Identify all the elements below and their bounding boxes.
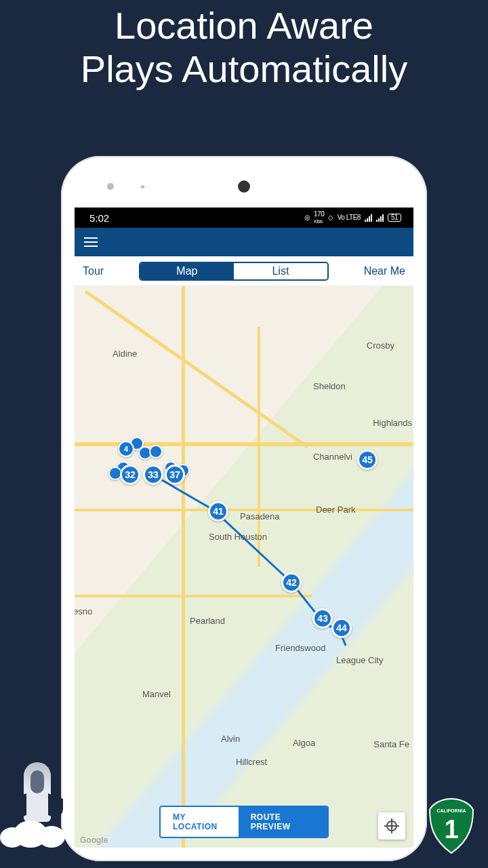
map-pin-41[interactable]: 41 <box>208 501 228 521</box>
phone-sensor-dot <box>141 185 144 189</box>
city-label: Pasadena <box>240 511 280 521</box>
city-label: Aldine <box>113 349 137 359</box>
promo-headline: Location Aware Plays Automatically <box>0 0 488 91</box>
location-icon: ◎ <box>304 214 310 221</box>
svg-text:1: 1 <box>444 815 458 844</box>
status-bar: 5:02 ◎ 170KB/s ◇ Vo LTE8 51 <box>75 208 413 228</box>
city-label: Manvel <box>142 689 171 699</box>
city-label: League City <box>336 655 383 665</box>
menu-icon[interactable] <box>84 237 98 247</box>
map-pin-32[interactable]: 32 <box>120 465 140 485</box>
map-pin-42[interactable]: 42 <box>281 572 302 593</box>
route-preview-button[interactable]: ROUTE PREVIEW <box>239 807 327 837</box>
phone-screen: 5:02 ◎ 170KB/s ◇ Vo LTE8 51 Tour Map Lis… <box>75 208 413 848</box>
tour-link[interactable]: Tour <box>83 265 104 277</box>
city-label: Hillcrest <box>236 757 267 767</box>
near-me-link[interactable]: Near Me <box>364 265 405 277</box>
app-bar <box>75 228 413 256</box>
tab-list[interactable]: List <box>234 263 327 279</box>
crosshair-icon <box>386 821 397 831</box>
city-label: Alvin <box>221 734 240 744</box>
svg-text:CALIFORNIA: CALIFORNIA <box>436 808 466 813</box>
city-label: Crosby <box>367 340 394 351</box>
map-attribution: Google <box>80 835 108 845</box>
map-pin-33[interactable]: 33 <box>143 465 163 485</box>
map-pin-37[interactable]: 37 <box>165 465 185 485</box>
headline-line2: Plays Automatically <box>0 47 488 91</box>
map-view[interactable]: Aldine Crosby Sheldon Highlands Channelv… <box>75 286 413 848</box>
rocket-decoration <box>7 762 68 841</box>
status-indicators: ◎ 170KB/s ◇ Vo LTE8 51 <box>304 211 401 224</box>
wifi-icon: ◇ <box>328 214 333 221</box>
map-pin-45[interactable]: 45 <box>357 450 378 470</box>
city-label: Sheldon <box>313 381 346 391</box>
battery-indicator: 51 <box>388 214 401 222</box>
city-label: Deer Park <box>316 505 356 515</box>
city-label: Highlands <box>373 418 412 428</box>
signal-icon <box>365 214 372 222</box>
city-label: Channelvi <box>313 452 352 462</box>
route-line <box>75 286 413 829</box>
headline-line1: Location Aware <box>0 4 488 47</box>
city-label: Pearland <box>190 616 225 626</box>
map-pin[interactable]: 4 <box>118 441 134 457</box>
my-location-button[interactable]: MY LOCATION <box>161 807 239 837</box>
route-shield-badge: CALIFORNIA 1 <box>427 797 476 854</box>
network-label: Vo LTE8 <box>338 214 361 221</box>
city-label: Friendswood <box>275 643 325 653</box>
status-time: 5:02 <box>89 212 109 224</box>
signal-icon-2 <box>376 214 384 222</box>
city-label: Algoa <box>293 738 315 748</box>
map-pin[interactable] <box>149 445 163 458</box>
map-action-bar: MY LOCATION ROUTE PREVIEW <box>159 806 329 838</box>
phone-speaker <box>238 180 250 193</box>
phone-camera-dot <box>107 183 114 190</box>
tab-row: Tour Map List Near Me <box>75 256 413 286</box>
city-label: esno <box>75 606 92 616</box>
phone-frame: 5:02 ◎ 170KB/s ◇ Vo LTE8 51 Tour Map Lis… <box>61 156 427 861</box>
map-pin-43[interactable]: 43 <box>312 608 333 629</box>
view-segmented-control: Map List <box>139 262 329 281</box>
city-label: South Houston <box>209 532 267 542</box>
city-label: Santa Fe <box>373 739 409 749</box>
recenter-button[interactable] <box>378 812 405 840</box>
map-pin-44[interactable]: 44 <box>331 618 352 638</box>
tab-map[interactable]: Map <box>140 263 234 279</box>
